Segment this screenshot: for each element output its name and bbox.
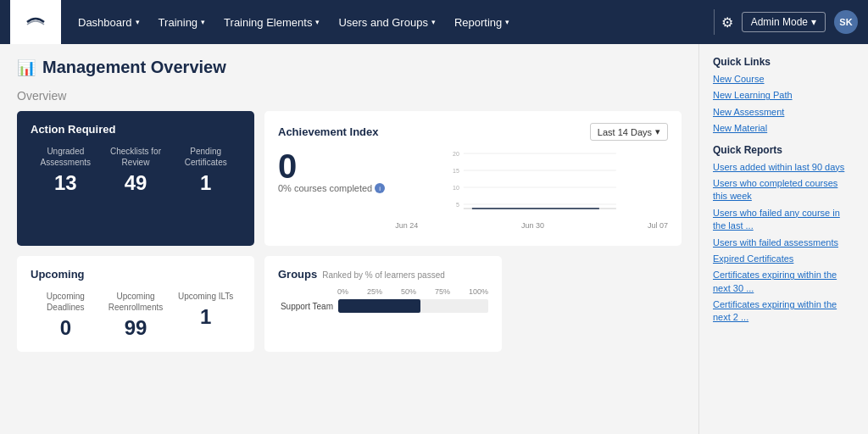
- groups-bar-fill: [338, 299, 420, 313]
- quick-reports-title: Quick Reports: [713, 144, 854, 156]
- nav-item-training-elements[interactable]: Training Elements ▾: [215, 11, 328, 34]
- chart-x-labels: Jun 24 Jun 30 Jul 07: [395, 221, 668, 230]
- completion-label: 0% courses completed i: [278, 183, 385, 193]
- svg-text:10: 10: [453, 185, 459, 191]
- page-header: 📊 Management Overview: [17, 58, 682, 77]
- chevron-down-icon: ▾: [315, 18, 320, 26]
- upcoming-stat-0: Upcoming Deadlines 0: [31, 291, 101, 340]
- action-stat-0: Ungraded Assessments 13: [31, 146, 101, 195]
- quick-links-title: Quick Links: [713, 56, 854, 68]
- groups-title: Groups: [278, 268, 317, 281]
- groups-subtitle: Ranked by % of learners passed: [322, 270, 445, 280]
- admin-mode-button[interactable]: Admin Mode ▾: [742, 12, 826, 32]
- top-cards-row: Action Required Ungraded Assessments 13 …: [17, 111, 682, 246]
- gear-icon[interactable]: ⚙: [721, 14, 733, 31]
- upcoming-stats: Upcoming Deadlines 0 Upcoming Reenrollme…: [31, 291, 241, 340]
- completion-number: 0: [278, 149, 297, 183]
- svg-text:5: 5: [456, 202, 459, 208]
- upcoming-stat-2: Upcoming ILTs 1: [170, 291, 241, 340]
- action-required-card: Action Required Ungraded Assessments 13 …: [17, 111, 254, 246]
- quick-link-3[interactable]: New Material: [713, 122, 854, 135]
- groups-card: Groups Ranked by % of learners passed 0%…: [264, 256, 502, 352]
- groups-header: Groups Ranked by % of learners passed: [278, 268, 488, 281]
- achievement-index-card: Achievement Index Last 14 Days ▾ 0 0% co…: [264, 111, 682, 246]
- date-filter-select[interactable]: Last 14 Days ▾: [590, 123, 668, 141]
- quick-report-0[interactable]: Users added within last 90 days: [713, 161, 854, 174]
- upcoming-title: Upcoming: [31, 268, 241, 281]
- achievement-chart: 20 15 10 5: [395, 149, 668, 217]
- chevron-down-icon: ▾: [431, 18, 436, 26]
- action-stats: Ungraded Assessments 13 Checklists for R…: [31, 146, 241, 195]
- completion-stat: 0 0% courses completed i: [278, 149, 385, 193]
- groups-bar-row: Support Team: [278, 299, 488, 313]
- quick-report-5[interactable]: Certificates expiring within the next 30…: [713, 269, 854, 295]
- groups-axis: 0% 25% 50% 75% 100%: [278, 287, 488, 296]
- svg-text:20: 20: [453, 151, 459, 157]
- chevron-down-icon: ▾: [201, 18, 205, 26]
- svg-text:15: 15: [453, 168, 459, 174]
- second-cards-row: Upcoming Upcoming Deadlines 0 Upcoming R…: [17, 256, 682, 352]
- chevron-down-icon: ▾: [136, 18, 140, 26]
- quick-report-6[interactable]: Certificates expiring within the next 2 …: [713, 298, 854, 325]
- quick-link-1[interactable]: New Learning Path: [713, 89, 854, 102]
- achievement-header: Achievement Index Last 14 Days ▾: [278, 123, 668, 141]
- chart-area: 20 15 10 5 Jun 24 Jun 30 Jul 0: [395, 149, 668, 234]
- chevron-down-icon: ▾: [655, 126, 660, 137]
- nav-items: Dashboard ▾ Training ▾ Training Elements…: [70, 11, 707, 34]
- action-required-title: Action Required: [31, 123, 241, 136]
- chart-icon: 📊: [17, 58, 36, 77]
- chevron-down-icon: ▾: [505, 18, 509, 26]
- quick-report-3[interactable]: Users with failed assessments: [713, 236, 854, 249]
- achievement-body: 0 0% courses completed i: [278, 149, 668, 234]
- info-icon: i: [375, 183, 385, 193]
- nav-divider: [714, 9, 715, 35]
- quick-report-4[interactable]: Expired Certificates: [713, 253, 854, 265]
- nav-item-reporting[interactable]: Reporting ▾: [446, 11, 518, 34]
- groups-bar-label: Support Team: [278, 302, 333, 311]
- quick-link-2[interactable]: New Assessment: [713, 106, 854, 119]
- quick-report-1[interactable]: Users who completed courses this week: [713, 177, 854, 203]
- right-sidebar: Quick Links New Course New Learning Path…: [698, 44, 868, 434]
- main-container: 📊 Management Overview Overview Action Re…: [0, 44, 868, 434]
- navbar: Dashboard ▾ Training ▾ Training Elements…: [0, 0, 868, 44]
- nav-item-training[interactable]: Training ▾: [150, 11, 214, 34]
- nav-item-dashboard[interactable]: Dashboard ▾: [70, 11, 148, 34]
- avatar: SK: [834, 10, 858, 34]
- content-area: 📊 Management Overview Overview Action Re…: [0, 44, 698, 434]
- action-stat-2: Pending Certificates 1: [170, 146, 241, 195]
- upcoming-stat-1: Upcoming Reenrollments 99: [101, 291, 171, 340]
- action-stat-1: Checklists for Review 49: [101, 146, 171, 195]
- groups-bar-track: [338, 299, 488, 313]
- upcoming-card: Upcoming Upcoming Deadlines 0 Upcoming R…: [17, 256, 254, 352]
- quick-link-0[interactable]: New Course: [713, 73, 854, 86]
- achievement-title: Achievement Index: [278, 125, 379, 138]
- nav-item-users-groups[interactable]: Users and Groups ▾: [330, 11, 444, 34]
- quick-report-2[interactable]: Users who failed any course in the last …: [713, 207, 854, 233]
- app-logo[interactable]: [10, 0, 61, 44]
- page-title: Management Overview: [42, 58, 226, 77]
- chevron-down-icon: ▾: [811, 16, 816, 28]
- section-label: Overview: [17, 89, 682, 103]
- nav-right: ⚙ Admin Mode ▾ SK: [721, 10, 858, 34]
